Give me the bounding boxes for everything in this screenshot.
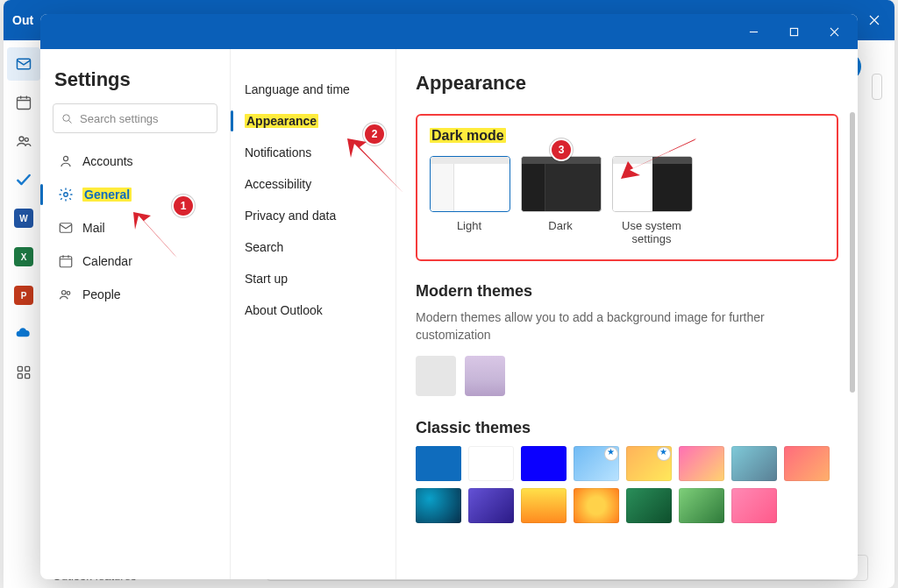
nav-label: Mail: [82, 221, 105, 235]
calendar-icon: [58, 253, 74, 269]
mode-label: Dark: [521, 219, 600, 232]
svg-point-15: [67, 292, 70, 295]
annotation-badge-2: 2: [363, 123, 386, 145]
dark-mode-option-dark[interactable]: Dark: [521, 156, 600, 245]
classic-theme-swatch[interactable]: [574, 488, 619, 523]
nav-label: People: [82, 287, 121, 301]
nav-label: Calendar: [82, 254, 132, 268]
classic-theme-swatch[interactable]: [626, 446, 672, 481]
main-close-button[interactable]: [854, 0, 894, 40]
dialog-maximize-button[interactable]: [773, 14, 814, 49]
modern-themes-desc: Modern themes allow you to add a backgro…: [416, 309, 802, 344]
dark-mode-option-light[interactable]: Light: [430, 156, 509, 245]
favorite-star-icon: [658, 448, 670, 460]
mode-label: Use system settings: [612, 219, 691, 245]
svg-rect-12: [60, 223, 72, 233]
rail-todo-icon[interactable]: [7, 163, 40, 196]
svg-rect-7: [25, 374, 30, 379]
annotation-badge-3: 3: [550, 138, 573, 161]
subnav-privacy-and-data[interactable]: Privacy and data: [231, 200, 396, 231]
people-icon: [58, 287, 74, 302]
svg-point-10: [63, 156, 68, 160]
person-icon: [58, 153, 74, 169]
dialog-close-button[interactable]: [814, 14, 854, 49]
mode-label: Light: [430, 219, 509, 232]
classic-themes-section: Classic themes: [416, 419, 838, 523]
classic-theme-swatch[interactable]: [521, 488, 567, 523]
classic-theme-swatch[interactable]: [731, 488, 777, 523]
dark-mode-option-system[interactable]: Use system settings: [612, 156, 691, 245]
settings-left-column: Settings Search settings Accounts Genera…: [40, 49, 230, 579]
modern-themes-section: Modern themes Modern themes allow you to…: [416, 282, 838, 396]
svg-rect-4: [18, 366, 22, 371]
nav-label: General: [82, 188, 132, 202]
app-name: Out: [12, 13, 33, 27]
settings-content-panel: Appearance Dark mode Light Dark Use syst…: [396, 49, 858, 579]
rail-people-icon[interactable]: [7, 124, 40, 158]
subnav-about-outlook[interactable]: About Outlook: [231, 294, 396, 326]
classic-theme-swatch[interactable]: [574, 446, 619, 481]
nav-item-mail[interactable]: Mail: [53, 212, 217, 244]
svg-rect-5: [25, 366, 30, 371]
rail-onedrive-icon[interactable]: [7, 317, 40, 351]
gear-icon: [58, 187, 74, 202]
classic-themes-title: Classic themes: [416, 419, 838, 437]
classic-theme-swatch[interactable]: [468, 446, 514, 481]
nav-item-accounts[interactable]: Accounts: [53, 145, 217, 177]
nav-item-calendar[interactable]: Calendar: [53, 245, 217, 277]
svg-point-14: [62, 291, 67, 295]
classic-theme-swatch[interactable]: [521, 446, 567, 481]
classic-theme-swatch[interactable]: [416, 446, 461, 481]
mail-icon: [58, 220, 74, 236]
classic-theme-swatch[interactable]: [784, 446, 830, 481]
search-icon: [61, 112, 74, 125]
annotation-badge-1: 1: [172, 195, 195, 217]
modern-theme-option-2[interactable]: [465, 356, 505, 396]
left-app-rail: W X P: [4, 40, 44, 588]
rail-mail-icon[interactable]: [7, 47, 40, 81]
subnav-language-and-time[interactable]: Language and time: [231, 74, 396, 105]
rail-calendar-icon[interactable]: [7, 86, 40, 119]
subnav-search[interactable]: Search: [231, 231, 396, 263]
svg-point-2: [19, 137, 24, 141]
nav-label: Accounts: [82, 154, 133, 168]
dark-mode-section: Dark mode Light Dark Use system settings: [416, 114, 838, 261]
rail-powerpoint-icon[interactable]: P: [7, 279, 40, 312]
subnav-accessibility[interactable]: Accessibility: [231, 168, 396, 200]
dialog-minimize-button[interactable]: [733, 14, 773, 49]
panel-title: Appearance: [416, 72, 838, 95]
search-settings-input[interactable]: Search settings: [53, 103, 217, 133]
svg-rect-1: [18, 97, 31, 109]
modern-themes-title: Modern themes: [416, 282, 838, 301]
classic-theme-swatch[interactable]: [679, 488, 724, 523]
settings-dialog: Settings Search settings Accounts Genera…: [40, 14, 858, 579]
svg-rect-8: [790, 28, 797, 35]
nav-item-people[interactable]: People: [53, 279, 217, 310]
favorite-star-icon: [605, 448, 617, 460]
classic-theme-swatch[interactable]: [468, 488, 514, 523]
svg-rect-13: [60, 257, 72, 267]
panel-scrollbar[interactable]: [850, 112, 855, 393]
settings-title: Settings: [54, 68, 217, 91]
svg-point-3: [25, 138, 28, 141]
background-search-field-fragment[interactable]: [872, 74, 882, 100]
rail-more-apps-icon[interactable]: [7, 356, 40, 389]
svg-point-11: [64, 193, 68, 197]
search-placeholder: Search settings: [80, 112, 159, 125]
subnav-start-up[interactable]: Start up: [231, 263, 396, 294]
svg-point-9: [63, 114, 70, 121]
classic-theme-swatch[interactable]: [626, 488, 672, 523]
modern-theme-option-1[interactable]: [416, 356, 456, 396]
rail-excel-icon[interactable]: X: [7, 240, 40, 273]
classic-theme-swatch[interactable]: [731, 446, 777, 481]
classic-theme-swatch[interactable]: [416, 488, 461, 523]
classic-theme-swatch[interactable]: [679, 446, 724, 481]
dark-mode-title: Dark mode: [430, 128, 506, 143]
dialog-titlebar: [40, 14, 858, 49]
svg-rect-6: [18, 374, 22, 379]
rail-word-icon[interactable]: W: [7, 202, 40, 235]
